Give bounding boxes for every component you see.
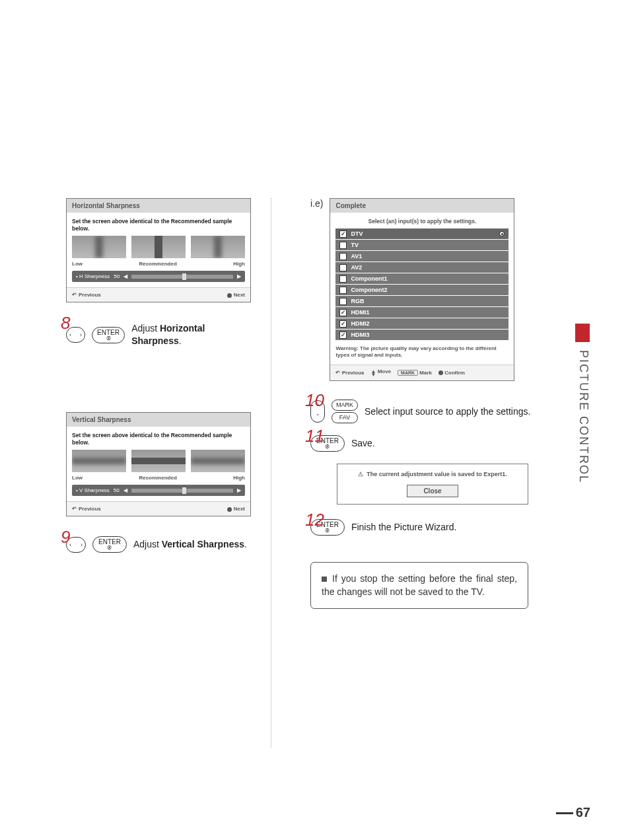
step-number: 12 xyxy=(305,510,324,530)
select-instruction: Select (an) input(s) to apply the settin… xyxy=(335,218,508,225)
slider-name: • H Sharpness xyxy=(76,273,110,279)
cursor-dot-icon xyxy=(499,231,505,236)
checkbox-icon[interactable]: ✓ xyxy=(339,230,347,238)
mark-hint: MARK Mark xyxy=(398,370,432,376)
note-box: If you stop the setting before the final… xyxy=(310,562,528,609)
page-number: 67 xyxy=(556,805,590,820)
checkbox-icon[interactable] xyxy=(339,275,347,283)
step-number: 10 xyxy=(305,390,324,411)
step-12: 12 ENTER⦿ Finish the Picture Wizard. xyxy=(310,519,568,536)
enter-button[interactable]: ENTER⦿ xyxy=(92,327,125,343)
panel-vertical-sharpness: Vertical Sharpness Set the screen above … xyxy=(66,412,251,516)
step-11: 11 ENTER⦿ Save. xyxy=(310,435,568,452)
mark-button[interactable]: MARK xyxy=(332,400,358,411)
step-10: 10 ˄˅ MARK FAV Select input source to ap… xyxy=(310,400,568,423)
slider-track[interactable] xyxy=(131,275,233,279)
h-sharpness-slider[interactable]: • H Sharpness 50 ◀ ▶ xyxy=(72,271,245,282)
saved-message: The current adjustment value is saved to… xyxy=(344,471,521,477)
bullet-icon xyxy=(322,577,327,582)
step-number: 11 xyxy=(305,426,324,446)
input-label: HDMI1 xyxy=(351,309,369,316)
step-text: Adjust Vertical Sharpness. xyxy=(133,538,247,551)
input-row-av2[interactable]: AV2 xyxy=(335,262,508,273)
fav-button[interactable]: FAV xyxy=(332,412,358,423)
enter-dot-icon xyxy=(227,507,232,512)
arrow-right-icon: ▶ xyxy=(237,273,241,279)
input-row-hdmi1[interactable]: ✓HDMI1 xyxy=(335,307,508,318)
checkbox-icon[interactable] xyxy=(339,287,347,294)
back-icon: ↶ xyxy=(335,370,340,376)
step-9: 9 ‹› ENTER⦿ Adjust Vertical Sharpness. xyxy=(66,536,251,553)
v-sharpness-slider[interactable]: • V Sharpness 50 ◀ ▶ xyxy=(72,485,245,496)
checkbox-icon[interactable] xyxy=(339,253,347,260)
mark-pill-icon: MARK xyxy=(398,370,418,376)
confirm-hint: Confirm xyxy=(438,370,465,376)
input-list: ✓DTVTVAV1AV2Component1Component2RGB✓HDMI… xyxy=(335,228,508,340)
input-row-dtv[interactable]: ✓DTV xyxy=(335,228,508,239)
move-hint: ▲▼ Move xyxy=(370,368,391,377)
next-hint: Next xyxy=(227,292,245,298)
slider-track[interactable] xyxy=(131,489,233,493)
checkbox-icon[interactable] xyxy=(339,264,347,271)
label-high: High xyxy=(233,475,245,481)
arrow-right-icon: ▶ xyxy=(237,487,241,493)
input-row-rgb[interactable]: RGB xyxy=(335,296,508,306)
input-label: AV1 xyxy=(351,253,362,260)
panel-title: Horizontal Sharpness xyxy=(67,199,250,213)
panel-title: Vertical Sharpness xyxy=(67,413,250,427)
label-recommended: Recommended xyxy=(139,475,176,481)
note-text: If you stop the setting before the final… xyxy=(322,573,517,597)
panel-title: Complete xyxy=(330,199,514,213)
previous-hint: ↶Previous xyxy=(72,292,101,298)
arrow-left-icon: ◀ xyxy=(123,487,127,493)
sample-high xyxy=(191,236,245,258)
panel-instruction: Set the screen above identical to the Re… xyxy=(72,432,245,446)
complete-panel: Complete Select (an) input(s) to apply t… xyxy=(330,198,514,381)
column-divider xyxy=(271,198,271,748)
close-button[interactable]: Close xyxy=(407,485,458,497)
checkbox-icon[interactable]: ✓ xyxy=(339,320,347,328)
step-number: 9 xyxy=(61,527,70,547)
sample-low xyxy=(72,450,126,472)
step-text: Finish the Picture Wizard. xyxy=(351,521,457,534)
input-row-component1[interactable]: Component1 xyxy=(335,273,508,284)
checkbox-icon[interactable]: ✓ xyxy=(339,332,347,339)
slider-value: 50 xyxy=(114,273,120,279)
step-text: Select input source to apply the setting… xyxy=(365,405,530,418)
input-label: AV2 xyxy=(351,264,362,271)
back-icon: ↶ xyxy=(72,506,77,512)
enter-button[interactable]: ENTER⦿ xyxy=(92,536,127,553)
panel-instruction: Set the screen above identical to the Re… xyxy=(72,218,245,232)
up-down-icon: ▲▼ xyxy=(370,370,376,377)
enter-dot-icon xyxy=(438,370,443,375)
step-8: 8 ‹› ENTER⦿ Adjust Horizontal Sharpness. xyxy=(66,322,251,347)
input-row-tv[interactable]: TV xyxy=(335,240,508,250)
input-label: TV xyxy=(351,242,359,248)
slider-thumb[interactable] xyxy=(182,273,186,280)
step-number: 8 xyxy=(61,313,70,333)
input-row-component2[interactable]: Component2 xyxy=(335,285,508,295)
input-label: DTV xyxy=(351,230,363,237)
saved-dialog: The current adjustment value is saved to… xyxy=(337,464,528,505)
arrow-left-icon: ◀ xyxy=(123,273,127,279)
sample-high xyxy=(191,450,245,472)
label-low: Low xyxy=(72,261,83,267)
step-text: Adjust Horizontal Sharpness. xyxy=(131,322,251,347)
label-recommended: Recommended xyxy=(139,261,176,267)
checkbox-icon[interactable]: ✓ xyxy=(339,309,347,316)
input-row-av1[interactable]: AV1 xyxy=(335,251,508,262)
back-icon: ↶ xyxy=(72,292,77,298)
input-row-hdmi2[interactable]: ✓HDMI2 xyxy=(335,318,508,329)
sample-low xyxy=(72,236,126,258)
slider-name: • V Sharpness xyxy=(76,487,110,493)
input-row-hdmi3[interactable]: ✓HDMI3 xyxy=(335,330,508,340)
warning-text: Warning: The picture quality may vary ac… xyxy=(335,345,508,359)
input-label: HDMI2 xyxy=(351,320,369,327)
side-tab: PICTURE CONTROL xyxy=(577,350,590,483)
slider-thumb[interactable] xyxy=(182,487,186,494)
sample-recommended xyxy=(131,236,186,258)
checkbox-icon[interactable] xyxy=(339,242,347,249)
next-hint: Next xyxy=(227,506,245,512)
example-label: i.e) xyxy=(310,198,323,209)
checkbox-icon[interactable] xyxy=(339,298,347,305)
